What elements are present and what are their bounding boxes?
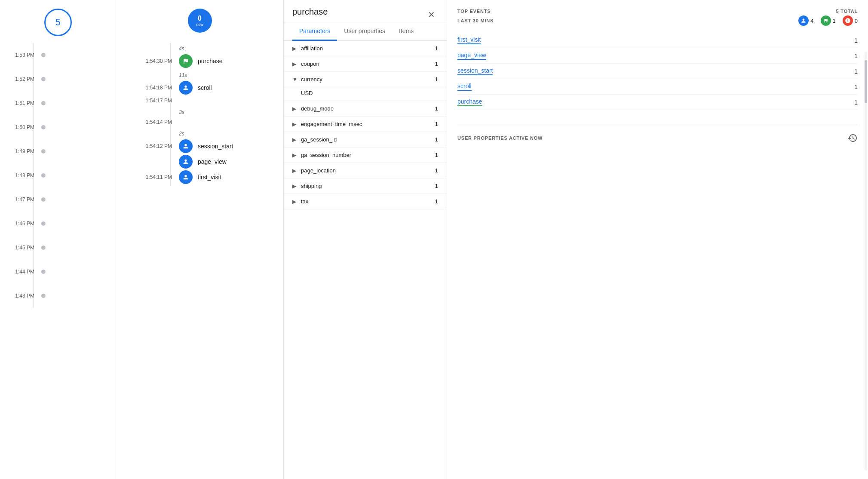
event-row: session_start 1 <box>457 64 858 79</box>
event-name-link[interactable]: session_start <box>457 67 493 75</box>
timeline-dot <box>41 246 46 250</box>
chevron-right-icon: ▶ <box>292 183 301 189</box>
purchase-flag-icon <box>179 54 193 68</box>
event-name-link[interactable]: purchase <box>457 98 482 106</box>
event-count: 1 <box>854 68 858 75</box>
scroll-user-icon <box>179 81 193 95</box>
event-name: scroll <box>198 84 212 91</box>
close-button[interactable]: ✕ <box>424 8 438 21</box>
timeline-item: 1:47 PM <box>9 187 107 212</box>
time-label: 1:52 PM <box>9 76 34 82</box>
list-item[interactable]: 1:54:18 PM scroll <box>125 81 275 95</box>
timeline-dot <box>41 125 46 129</box>
event-row: scroll 1 <box>457 79 858 95</box>
list-item: 1:54:17 PM <box>125 96 275 105</box>
tab-user-properties[interactable]: User properties <box>337 22 392 41</box>
session-start-icon <box>179 139 193 153</box>
param-name: shipping <box>301 183 428 189</box>
event-time: 1:54:11 PM <box>125 174 172 180</box>
event-time: 1:54:17 PM <box>125 98 172 104</box>
timeline-item: 1:45 PM <box>9 236 107 260</box>
param-value: USD <box>301 90 313 96</box>
scrollbar-thumb[interactable] <box>865 60 867 103</box>
tab-items[interactable]: Items <box>392 22 420 41</box>
chevron-right-icon: ▶ <box>292 199 301 205</box>
list-item[interactable]: ▼ currency 1 <box>284 72 447 87</box>
param-count: 1 <box>428 45 438 52</box>
list-item[interactable]: ▶ coupon 1 <box>284 56 447 72</box>
list-item[interactable]: ▶ engagement_time_msec 1 <box>284 117 447 132</box>
list-item[interactable]: ▶ ga_session_number 1 <box>284 147 447 163</box>
timeline-item: 1:50 PM <box>9 115 107 139</box>
param-name: ga_session_number <box>301 152 428 158</box>
scrollbar-track[interactable] <box>865 52 867 470</box>
event-name-link[interactable]: first_visit <box>457 36 481 44</box>
chevron-right-icon: ▶ <box>292 61 301 67</box>
flag-event-badge <box>821 15 831 26</box>
chevron-right-icon: ▶ <box>292 46 301 52</box>
list-item[interactable]: ▶ shipping 1 <box>284 178 447 194</box>
timeline-item: 1:52 PM <box>9 67 107 91</box>
parameters-content: ▶ affiliation 1 ▶ coupon 1 ▼ currency 1 … <box>284 41 447 479</box>
timeline-item: 1:53 PM <box>9 43 107 67</box>
history-icon[interactable] <box>847 133 858 143</box>
event-count: 1 <box>854 83 858 90</box>
tab-parameters[interactable]: Parameters <box>292 22 337 41</box>
user-count: 5 <box>55 17 60 28</box>
event-row: first_visit 1 <box>457 33 858 48</box>
param-count: 1 <box>428 121 438 127</box>
timeline-dot <box>41 53 46 57</box>
list-item[interactable]: page_view <box>125 155 275 169</box>
list-item[interactable]: ▶ ga_session_id 1 <box>284 132 447 147</box>
chevron-right-icon: ▶ <box>292 137 301 143</box>
time-label: 1:44 PM <box>9 269 34 275</box>
chevron-down-icon: ▼ <box>292 77 301 83</box>
new-events-badge: 0 new <box>188 9 212 33</box>
timeline-list: 1:53 PM 1:52 PM 1:51 PM 1:50 PM 1:49 PM … <box>0 43 116 308</box>
time-label: 1:48 PM <box>9 172 34 178</box>
time-label: 1:50 PM <box>9 124 34 130</box>
total-count-label: 5 TOTAL <box>836 9 858 14</box>
last-30-label: LAST 30 MINS <box>457 18 494 23</box>
event-time: 1:54:30 PM <box>125 58 172 64</box>
list-item[interactable]: 1:54:12 PM session_start <box>125 139 275 153</box>
timeline-item: 1:49 PM <box>9 139 107 163</box>
time-label: 1:49 PM <box>9 148 34 154</box>
user-event-badge <box>798 15 809 26</box>
list-item[interactable]: ▶ tax 1 <box>284 194 447 209</box>
event-row: purchase 1 <box>457 95 858 110</box>
list-item[interactable]: ▶ affiliation 1 <box>284 41 447 56</box>
top-events-title: TOP EVENTS <box>457 9 491 14</box>
list-item[interactable]: ▶ debug_mode 1 <box>284 101 447 117</box>
event-name-link[interactable]: page_view <box>457 52 486 60</box>
list-item[interactable]: 1:54:11 PM first_visit <box>125 170 275 184</box>
red-badge-count: 0 <box>855 18 858 24</box>
event-name: session_start <box>198 143 233 150</box>
time-label: 1:43 PM <box>9 293 34 299</box>
duration-label: 4s <box>125 43 275 54</box>
detail-event-title: purchase <box>292 7 328 22</box>
param-name: ga_session_id <box>301 136 428 143</box>
new-count: 0 <box>198 15 202 22</box>
event-name-link[interactable]: scroll <box>457 83 472 91</box>
duration-label: 3s <box>125 107 275 118</box>
timeline-item: 1:51 PM <box>9 91 107 115</box>
chevron-right-icon: ▶ <box>292 106 301 112</box>
param-name: page_location <box>301 167 428 174</box>
param-count: 1 <box>428 198 438 205</box>
green-badge-count: 1 <box>833 18 836 24</box>
detail-header: purchase ✕ <box>284 0 447 22</box>
event-row: page_view 1 <box>457 48 858 64</box>
param-count: 1 <box>428 152 438 158</box>
event-detail-panel: purchase ✕ Parameters User properties It… <box>284 0 447 479</box>
event-time: 1:54:18 PM <box>125 85 172 91</box>
param-count: 1 <box>428 105 438 112</box>
timeline-dot <box>41 294 46 298</box>
list-item[interactable]: ▶ page_location 1 <box>284 163 447 178</box>
user-count-badge: 5 <box>44 9 72 36</box>
top-events-header: TOP EVENTS 5 TOTAL <box>457 9 858 14</box>
green-badge-group: 1 <box>821 15 836 26</box>
param-name: coupon <box>301 61 428 67</box>
event-count: 1 <box>854 99 858 106</box>
list-item[interactable]: 1:54:30 PM purchase <box>125 54 275 68</box>
